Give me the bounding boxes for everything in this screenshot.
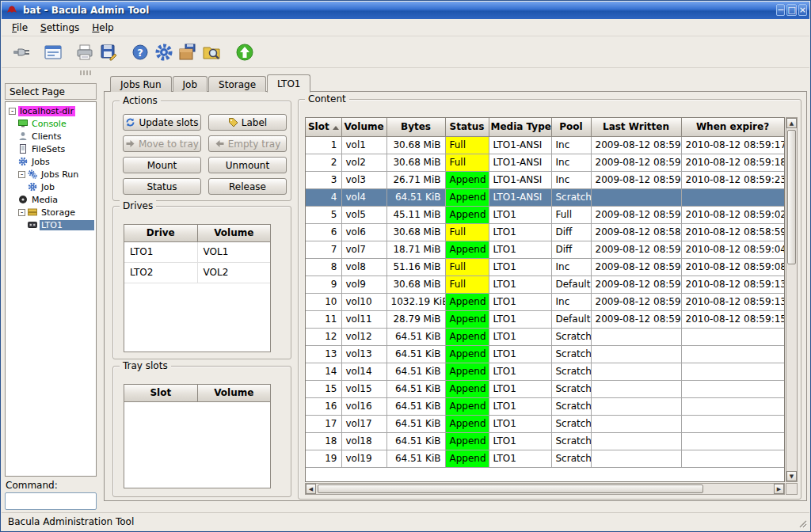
column-header-volume[interactable]: Volume — [341, 118, 386, 136]
cell-pool: Scratch — [551, 363, 591, 380]
connect-icon[interactable] — [10, 40, 33, 64]
table-cell: VOL2 — [197, 262, 270, 283]
volume-row-vol3[interactable]: 3vol326.71 MiBAppendLTO1-ANSIInc2009-08-… — [306, 171, 784, 188]
cell-when-expire-: 2010-08-12 08:59:15 — [681, 310, 784, 328]
vertical-scroll-thumb[interactable] — [787, 130, 796, 264]
tab-storage[interactable]: Storage — [208, 76, 266, 92]
column-header-last-written[interactable]: Last Written — [591, 118, 681, 136]
tab-jobs-run[interactable]: Jobs Run — [110, 76, 172, 92]
cell-when-expire-: 2010-08-12 08:59:18 — [681, 154, 784, 171]
tree-item-filesets[interactable]: FileSets — [6, 142, 96, 155]
column-header-volume[interactable]: Volume — [197, 225, 270, 241]
horizontal-scrollbar[interactable]: ◀ ▶ — [305, 483, 785, 495]
volume-row-vol19[interactable]: 19vol1964.51 KiBAppendLTO1Scratch — [306, 450, 784, 467]
expander-icon[interactable]: - — [18, 171, 25, 178]
tree-item-job[interactable]: Job — [6, 180, 96, 193]
cell-when-expire-: 2010-08-12 08:59:04 — [681, 241, 784, 258]
volume-row-vol16[interactable]: 16vol1664.51 KiBAppendLTO1Scratch — [306, 397, 784, 415]
help-icon[interactable]: ? — [128, 40, 152, 64]
scroll-left-button[interactable]: ◀ — [306, 484, 316, 494]
volume-row-vol5[interactable]: 5vol545.11 MiBAppendLTO1Full2009-08-12 0… — [306, 206, 784, 223]
tree-item-jobs-run[interactable]: -Jobs Run — [6, 168, 96, 180]
volume-row-vol4[interactable]: 4vol464.51 KiBAppendLTO1-ANSIScratch — [306, 188, 784, 206]
empty-tray-button[interactable]: Empty tray — [208, 135, 287, 152]
column-header-volume[interactable]: Volume — [197, 385, 270, 401]
tab-job[interactable]: Job — [173, 76, 208, 92]
cell-media-type: LTO1 — [489, 363, 551, 380]
volume-row-vol6[interactable]: 6vol630.68 MiBFullLTO1Diff2009-08-12 08:… — [306, 223, 784, 241]
table-cell: LTO1 — [124, 241, 197, 262]
volume-row-vol13[interactable]: 13vol1364.51 KiBAppendLTO1Scratch — [306, 345, 784, 363]
menu-file[interactable]: File — [6, 20, 34, 36]
column-header-media-type[interactable]: Media Type — [489, 118, 551, 136]
console-icon[interactable] — [41, 40, 65, 64]
tree-item-jobs[interactable]: Jobs — [6, 155, 96, 168]
title-bar[interactable]: bat - Bacula Admin Tool −□× — [2, 2, 809, 19]
label-button[interactable]: Label — [208, 114, 287, 131]
column-header-pool[interactable]: Pool — [551, 118, 591, 136]
unmount-button[interactable]: Unmount — [208, 157, 287, 173]
volume-row-vol12[interactable]: 12vol1264.51 KiBAppendLTO1Scratch — [306, 328, 784, 345]
status-button[interactable]: Status — [123, 178, 201, 195]
column-header-when-expire-[interactable]: When expire? — [681, 118, 784, 136]
scroll-right-button[interactable]: ▶ — [774, 484, 784, 494]
command-input[interactable] — [5, 492, 97, 510]
volume-row-vol7[interactable]: 7vol718.71 MiBAppendLTO1Diff2009-08-12 0… — [306, 241, 784, 258]
tab-lto1[interactable]: LTO1 — [267, 74, 310, 93]
volume-row-vol8[interactable]: 8vol851.16 MiBFullLTO1Inc2009-08-12 08:5… — [306, 258, 784, 276]
horizontal-scroll-thumb[interactable] — [318, 484, 703, 493]
volume-row-vol9[interactable]: 9vol930.68 MiBFullLTO1Default2009-08-12 … — [306, 276, 784, 293]
print-icon[interactable] — [73, 40, 97, 64]
scroll-down-button[interactable]: ▼ — [786, 471, 797, 481]
tree-item-clients[interactable]: Clients — [6, 130, 96, 142]
maximize-button[interactable]: □ — [786, 4, 796, 16]
expander-icon[interactable]: - — [9, 108, 16, 115]
run-icon[interactable] — [233, 40, 257, 64]
preferences-icon[interactable] — [152, 40, 176, 64]
cell-when-expire- — [681, 415, 784, 432]
volume-row-vol10[interactable]: 10vol101032.19 KiBAppendLTO1Inc2009-08-1… — [306, 293, 784, 310]
cell-media-type: LTO1 — [489, 345, 551, 363]
resize-grip[interactable] — [798, 519, 807, 528]
cell-pool: Default — [551, 310, 591, 328]
tree-item-media[interactable]: Media — [6, 193, 96, 206]
mount-button[interactable]: Mount — [123, 157, 201, 173]
volume-row-vol1[interactable]: 1vol130.68 MiBFullLTO1-ANSIInc2009-08-12… — [306, 136, 784, 154]
expander-icon[interactable]: - — [18, 209, 25, 216]
browse-icon[interactable] — [200, 40, 223, 64]
tree-item-lto1[interactable]: LTO1 — [6, 218, 96, 231]
package-icon[interactable] — [176, 40, 200, 64]
menu-help[interactable]: Help — [86, 20, 120, 36]
volume-row-vol14[interactable]: 14vol1464.51 KiBAppendLTO1Scratch — [306, 363, 784, 380]
cell-volume: vol10 — [341, 293, 386, 310]
cell-volume: vol11 — [341, 310, 386, 328]
tree-item-console[interactable]: Console — [6, 117, 96, 130]
volume-row-vol17[interactable]: 17vol1764.51 KiBAppendLTO1Scratch — [306, 415, 784, 432]
tree-item-localhost-dir[interactable]: -localhost-dir — [6, 104, 96, 117]
close-button[interactable]: × — [798, 4, 807, 16]
column-header-bytes[interactable]: Bytes — [386, 118, 445, 136]
volume-row-vol15[interactable]: 15vol1564.51 KiBAppendLTO1Scratch — [306, 380, 784, 397]
cell-slot: 13 — [306, 345, 341, 363]
tree-item-storage[interactable]: -Storage — [6, 206, 96, 218]
column-header-slot[interactable]: Slot — [124, 385, 197, 401]
cell-when-expire-: 2010-08-12 08:59:23 — [681, 171, 784, 188]
minimize-button[interactable]: − — [776, 4, 785, 16]
update-slots-button[interactable]: Update slots — [123, 114, 201, 131]
table-row[interactable]: LTO1VOL1 — [124, 241, 270, 262]
scroll-up-button[interactable]: ▲ — [786, 118, 797, 128]
save-icon[interactable] — [97, 40, 120, 64]
vertical-scrollbar[interactable]: ▲ ▼ — [786, 117, 798, 482]
column-header-drive[interactable]: Drive — [124, 225, 197, 241]
column-header-slot[interactable]: Slot — [306, 118, 341, 136]
table-row[interactable]: LTO2VOL2 — [124, 262, 270, 283]
volume-row-vol2[interactable]: 2vol230.68 MiBFullLTO1-ANSIInc2009-08-12… — [306, 154, 784, 171]
dock-handle[interactable] — [80, 70, 93, 75]
menu-settings[interactable]: Settings — [34, 20, 86, 36]
volume-row-vol18[interactable]: 18vol1864.51 KiBAppendLTO1Scratch — [306, 432, 784, 450]
release-button[interactable]: Release — [208, 178, 287, 195]
column-header-status[interactable]: Status — [445, 118, 489, 136]
cell-pool: Scratch — [551, 345, 591, 363]
move-to-tray-button[interactable]: Move to tray — [123, 135, 201, 152]
volume-row-vol11[interactable]: 11vol1128.79 MiBAppendLTO1Default2009-08… — [306, 310, 784, 328]
